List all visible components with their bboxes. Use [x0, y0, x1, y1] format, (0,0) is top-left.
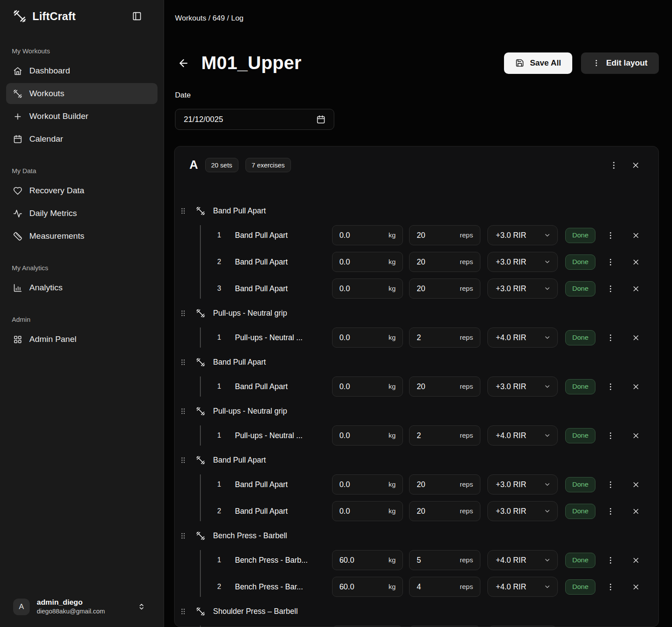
done-button[interactable]: Done — [565, 228, 595, 243]
rir-select[interactable]: +3.0 RIR — [487, 252, 558, 272]
drag-handle[interactable] — [178, 207, 187, 215]
set-remove-button[interactable] — [630, 583, 641, 591]
dumbbell-icon — [196, 206, 205, 216]
card-menu-button[interactable] — [609, 161, 618, 170]
reps-input[interactable]: 4 reps — [409, 577, 480, 597]
rir-select[interactable]: +4.0 RIR — [487, 577, 558, 597]
done-button[interactable]: Done — [565, 504, 595, 519]
set-remove-button[interactable] — [630, 383, 641, 391]
set-exercise-name: Band Pull Apart — [235, 258, 326, 267]
weight-input[interactable]: 0.0 kg — [332, 225, 403, 245]
set-menu-button[interactable] — [605, 258, 616, 266]
set-menu-button[interactable] — [605, 432, 616, 440]
done-button[interactable]: Done — [565, 330, 595, 345]
rir-value: +3.0 RIR — [496, 231, 526, 240]
weight-input[interactable]: 60.0 kg — [332, 550, 403, 570]
chevron-down-icon — [544, 508, 551, 515]
set-menu-button[interactable] — [605, 231, 616, 240]
done-button[interactable]: Done — [565, 281, 595, 296]
drag-handle[interactable] — [178, 408, 187, 415]
kebab-icon — [606, 334, 615, 342]
sidebar-item-calendar[interactable]: Calendar — [6, 129, 158, 150]
sidebar-section-label: My Workouts — [6, 47, 158, 55]
done-button[interactable]: Done — [565, 553, 595, 568]
set-remove-button[interactable] — [630, 507, 641, 516]
rir-select[interactable]: +4.0 RIR — [487, 550, 558, 570]
set-menu-button[interactable] — [605, 334, 616, 342]
sidebar-item-daily-metrics[interactable]: Daily Metrics — [6, 203, 158, 224]
sidebar-section: My Workouts Dashboard Workouts Workout B… — [6, 47, 158, 150]
user-menu[interactable]: A admin_diego diego88aku@gmail.com — [6, 595, 158, 616]
set-row: 1 Pull-ups - Neutral ... 0.0 kg 2 reps +… — [201, 327, 641, 348]
reps-input[interactable]: 20 reps — [409, 279, 480, 299]
grip-dots-icon — [179, 207, 187, 215]
reps-input[interactable]: 20 reps — [409, 376, 480, 397]
weight-input[interactable]: 60.0 kg — [332, 577, 403, 597]
reps-input[interactable]: 2 reps — [409, 425, 480, 446]
set-remove-button[interactable] — [630, 334, 641, 342]
set-menu-button[interactable] — [605, 383, 616, 391]
set-exercise-name: Pull-ups - Neutral ... — [235, 431, 326, 440]
drag-handle[interactable] — [178, 359, 187, 366]
reps-input[interactable]: 20 reps — [409, 474, 480, 495]
set-remove-button[interactable] — [630, 556, 641, 564]
sidebar-toggle-button[interactable] — [132, 11, 142, 21]
done-button[interactable]: Done — [565, 428, 595, 443]
done-button[interactable]: Done — [565, 379, 595, 394]
weight-input[interactable]: 0.0 kg — [332, 327, 403, 348]
rir-select[interactable]: +3.0 RIR — [487, 474, 558, 495]
sidebar-item-workout-builder[interactable]: Workout Builder — [6, 106, 158, 127]
edit-layout-button[interactable]: Edit layout — [581, 52, 659, 74]
back-button[interactable] — [178, 57, 189, 69]
set-menu-button[interactable] — [605, 583, 616, 591]
drag-handle[interactable] — [178, 532, 187, 540]
set-menu-button[interactable] — [605, 507, 616, 516]
weight-input[interactable]: 0.0 kg — [332, 376, 403, 397]
sidebar-item-workouts[interactable]: Workouts — [6, 83, 158, 104]
reps-input[interactable]: 2 reps — [409, 327, 480, 348]
set-remove-button[interactable] — [630, 258, 641, 266]
done-button[interactable]: Done — [565, 254, 595, 270]
set-remove-button[interactable] — [630, 432, 641, 440]
done-button[interactable]: Done — [565, 477, 595, 492]
rir-select[interactable]: +3.0 RIR — [487, 225, 558, 245]
set-menu-button[interactable] — [605, 481, 616, 489]
sidebar-item-analytics[interactable]: Analytics — [6, 277, 158, 298]
sidebar-item-measurements[interactable]: Measurements — [6, 226, 158, 247]
set-menu-button[interactable] — [605, 556, 616, 564]
date-input[interactable]: 21/12/0025 — [175, 109, 334, 130]
exercise-block-pull-ups-neutral-grip: Pull-ups - Neutral grip 1 Pull-ups - Neu… — [178, 403, 641, 446]
weight-input[interactable]: 0.0 kg — [332, 425, 403, 446]
drag-handle[interactable] — [178, 310, 187, 317]
weight-input[interactable]: 0.0 kg — [332, 279, 403, 299]
reps-input[interactable]: 20 reps — [409, 252, 480, 272]
save-all-button[interactable]: Save All — [504, 52, 572, 74]
reps-input[interactable]: 5 reps — [409, 550, 480, 570]
weight-input[interactable]: 0.0 kg — [332, 501, 403, 521]
weight-unit: kg — [388, 556, 396, 564]
reps-input[interactable]: 20 reps — [409, 225, 480, 245]
rir-value: +4.0 RIR — [496, 431, 526, 440]
main-content: Workouts / 649 / Log M01_Upper Save All — [164, 0, 672, 627]
drag-handle[interactable] — [178, 456, 187, 464]
set-remove-button[interactable] — [630, 285, 641, 293]
sidebar-item-recovery-data[interactable]: Recovery Data — [6, 180, 158, 201]
ruler-icon — [13, 232, 22, 241]
rir-select[interactable]: +3.0 RIR — [487, 501, 558, 521]
weight-input[interactable]: 0.0 kg — [332, 252, 403, 272]
rir-select[interactable]: +3.0 RIR — [487, 279, 558, 299]
weight-input[interactable]: 0.0 kg — [332, 474, 403, 495]
set-menu-button[interactable] — [605, 285, 616, 293]
card-close-button[interactable] — [631, 161, 640, 170]
reps-input[interactable]: 20 reps — [409, 501, 480, 521]
sidebar-item-dashboard[interactable]: Dashboard — [6, 60, 158, 81]
rir-select[interactable]: +4.0 RIR — [487, 425, 558, 446]
reps-unit: reps — [460, 231, 473, 239]
rir-select[interactable]: +4.0 RIR — [487, 327, 558, 348]
sidebar-item-admin-panel[interactable]: Admin Panel — [6, 329, 158, 350]
done-button[interactable]: Done — [565, 579, 595, 595]
set-remove-button[interactable] — [630, 481, 641, 489]
drag-handle[interactable] — [178, 608, 187, 615]
set-remove-button[interactable] — [630, 231, 641, 240]
rir-select[interactable]: +3.0 RIR — [487, 376, 558, 397]
